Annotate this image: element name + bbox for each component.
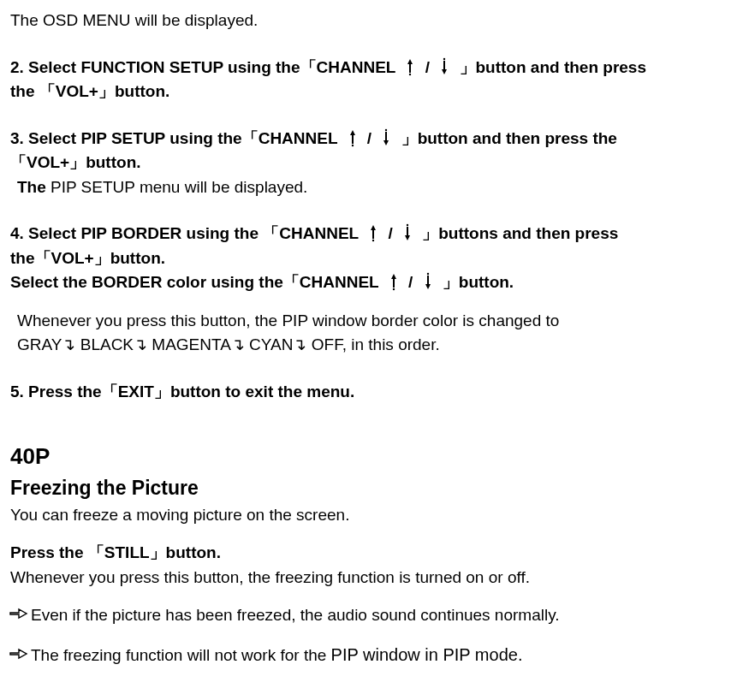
pointing-hand-up-icon: [401, 57, 419, 76]
pointing-hand-down-icon: [377, 128, 395, 147]
svg-point-5: [407, 224, 408, 226]
svg-point-4: [372, 240, 374, 241]
step-3-mid: 」button and then press the: [401, 129, 617, 147]
step-4-mid: 」buttons and then press: [422, 224, 618, 242]
step-4-l2-mid: 」button.: [443, 273, 514, 291]
step-4-line-2: the「VOL+」button.: [10, 246, 733, 271]
step-4-l2-sep: /: [408, 273, 413, 291]
pointing-hand-up-icon: [343, 128, 362, 147]
step-3-note-the: The: [17, 178, 46, 196]
step-2-mid: 」button and then press: [460, 58, 647, 76]
step-2-line-2: the 「VOL+」button.: [10, 80, 733, 104]
freeze-desc: Whenever you press this button, the free…: [10, 566, 733, 590]
step-4-line-3: Select the BORDER color using the「CHANNE…: [10, 270, 733, 295]
svg-point-0: [409, 73, 411, 74]
step-2-line-1: 2. Select FUNCTION SETUP using the「CHANN…: [10, 56, 733, 80]
page-number: 40P: [10, 440, 733, 473]
svg-point-2: [351, 144, 353, 145]
svg-point-7: [426, 273, 428, 275]
freeze-note-2b: PIP window in PIP mode.: [331, 645, 523, 664]
svg-point-1: [443, 57, 445, 59]
hand-pointing-right-icon: [9, 604, 29, 623]
svg-point-6: [392, 288, 394, 290]
freeze-press: Press the 「STILL」button.: [10, 541, 733, 566]
intro-line: The OSD MENU will be displayed.: [10, 9, 733, 33]
hand-pointing-right-icon: [9, 644, 29, 663]
step-3-line-2: 「VOL+」button.: [10, 151, 733, 175]
section-heading: Freezing the Picture: [10, 473, 733, 503]
pointing-hand-up-icon: [364, 223, 383, 242]
step-4-note-1: Whenever you press this button, the PIP …: [10, 309, 733, 334]
step-5: 5. Press the「EXIT」button to exit the men…: [10, 380, 733, 405]
step-2-sep: /: [425, 58, 430, 76]
step-4-line-1: 4. Select PIP BORDER using the 「CHANNEL …: [10, 222, 733, 246]
step-3-note: The PIP SETUP menu will be displayed.: [10, 175, 733, 200]
step-3-note-msg: PIP SETUP menu will be displayed.: [46, 178, 308, 196]
pointing-hand-down-icon: [419, 272, 437, 291]
freeze-note-2a: The freezing function will not work for …: [31, 646, 331, 664]
document-page: The OSD MENU will be displayed. 2. Selec…: [0, 0, 743, 685]
pointing-hand-down-icon: [435, 57, 454, 76]
step-4-prefix: 4. Select PIP BORDER using the 「CHANNEL: [10, 224, 359, 242]
pointing-hand-up-icon: [384, 272, 403, 291]
freeze-note-1: Even if the picture has been freezed, th…: [10, 603, 733, 628]
step-3-sep: /: [367, 129, 372, 147]
step-3-line-1: 3. Select PIP SETUP using the「CHANNEL / …: [10, 127, 733, 151]
step-2-prefix: 2. Select FUNCTION SETUP using the「CHANN…: [10, 58, 395, 76]
step-4-sep: /: [388, 224, 392, 242]
step-4-note-2: GRAY↴ BLACK↴ MAGENTA↴ CYAN↴ OFF, in this…: [10, 333, 733, 358]
freeze-note-2: The freezing function will not work for …: [10, 642, 733, 668]
pointing-hand-down-icon: [398, 223, 417, 242]
step-4-l2-prefix: Select the BORDER color using the「CHANNE…: [10, 273, 378, 291]
svg-point-3: [385, 128, 387, 130]
freeze-intro: You can freeze a moving picture on the s…: [10, 503, 733, 528]
step-3-prefix: 3. Select PIP SETUP using the「CHANNEL: [10, 129, 337, 147]
freeze-note-1-text: Even if the picture has been freezed, th…: [31, 606, 560, 624]
